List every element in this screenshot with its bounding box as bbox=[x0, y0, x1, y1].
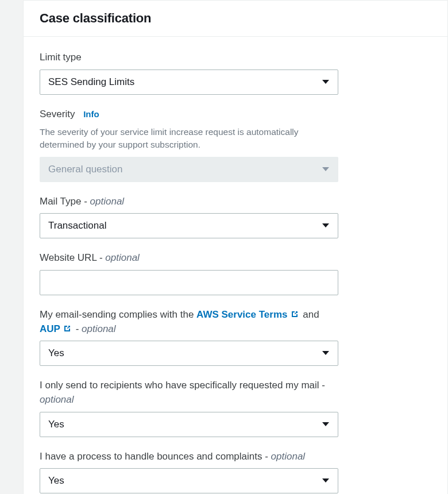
severity-help-text: The severity of your service limit incre… bbox=[40, 126, 338, 150]
field-bounces: I have a process to handle bounces and c… bbox=[40, 450, 338, 494]
page-title: Case classification bbox=[40, 11, 431, 26]
website-url-label: Website URL - optional bbox=[40, 251, 338, 265]
chevron-down-icon bbox=[322, 167, 330, 172]
complies-label-suffix: - bbox=[73, 323, 82, 334]
complies-select[interactable]: Yes bbox=[40, 341, 338, 366]
limit-type-value: SES Sending Limits bbox=[48, 76, 134, 88]
limit-type-label: Limit type bbox=[40, 51, 338, 65]
bounces-value: Yes bbox=[48, 475, 64, 487]
field-mail-type: Mail Type - optional Transactional bbox=[40, 195, 338, 239]
external-link-icon bbox=[63, 324, 72, 333]
bounces-label: I have a process to handle bounces and c… bbox=[40, 450, 338, 464]
aws-service-terms-link[interactable]: AWS Service Terms bbox=[196, 309, 287, 320]
field-limit-type: Limit type SES Sending Limits bbox=[40, 51, 338, 95]
complies-label-prefix: My email-sending complies with the bbox=[40, 309, 196, 320]
mail-type-label-text: Mail Type - bbox=[40, 196, 90, 207]
chevron-down-icon bbox=[322, 478, 330, 484]
optin-select[interactable]: Yes bbox=[40, 412, 338, 437]
severity-label-row: Severity Info bbox=[40, 107, 338, 122]
optin-label: I only send to recipients who have speci… bbox=[40, 379, 338, 407]
chevron-down-icon bbox=[322, 223, 330, 229]
severity-info-link[interactable]: Info bbox=[83, 109, 99, 119]
chevron-down-icon bbox=[322, 422, 330, 427]
severity-value: General question bbox=[48, 164, 122, 175]
external-link-icon bbox=[290, 310, 299, 319]
optin-label-text: I only send to recipients who have speci… bbox=[40, 380, 325, 391]
complies-label: My email-sending complies with the AWS S… bbox=[40, 308, 338, 336]
severity-label: Severity bbox=[40, 109, 75, 119]
website-url-input[interactable] bbox=[40, 270, 338, 295]
complies-value: Yes bbox=[48, 348, 64, 359]
chevron-down-icon bbox=[322, 350, 330, 356]
limit-type-select[interactable]: SES Sending Limits bbox=[40, 70, 338, 95]
severity-select: General question bbox=[40, 157, 338, 182]
optional-marker: optional bbox=[90, 196, 125, 207]
panel-body: Limit type SES Sending Limits Severity I… bbox=[24, 37, 447, 494]
chevron-down-icon bbox=[322, 79, 330, 85]
field-severity: Severity Info The severity of your servi… bbox=[40, 107, 338, 182]
optional-marker: optional bbox=[271, 451, 306, 462]
optin-value: Yes bbox=[48, 419, 64, 430]
optional-marker: optional bbox=[82, 323, 116, 334]
aup-link[interactable]: AUP bbox=[40, 323, 60, 334]
panel-header: Case classification bbox=[24, 1, 447, 37]
mail-type-label: Mail Type - optional bbox=[40, 195, 338, 209]
field-optin: I only send to recipients who have speci… bbox=[40, 379, 338, 437]
website-url-label-text: Website URL - bbox=[40, 252, 105, 263]
bounces-select[interactable]: Yes bbox=[40, 468, 338, 493]
bounces-label-text: I have a process to handle bounces and c… bbox=[40, 451, 271, 462]
case-classification-panel: Case classification Limit type SES Sendi… bbox=[23, 0, 448, 494]
page-root: Case classification Limit type SES Sendi… bbox=[0, 0, 448, 494]
complies-joiner: and bbox=[300, 309, 319, 320]
optional-marker: optional bbox=[105, 252, 140, 263]
mail-type-value: Transactional bbox=[48, 220, 106, 231]
field-complies: My email-sending complies with the AWS S… bbox=[40, 308, 338, 366]
mail-type-select[interactable]: Transactional bbox=[40, 213, 338, 238]
field-website-url: Website URL - optional bbox=[40, 251, 338, 295]
optional-marker: optional bbox=[40, 394, 74, 405]
